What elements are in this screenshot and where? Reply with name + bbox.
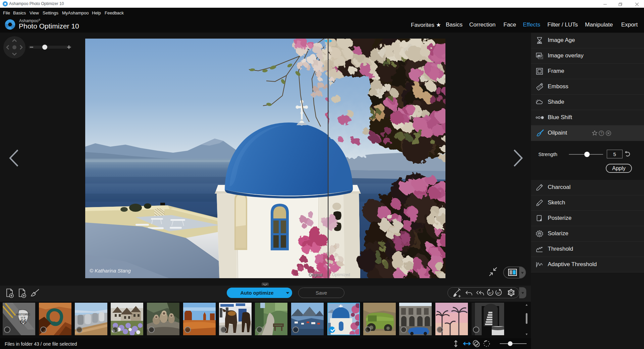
svg-text:90°: 90° — [497, 292, 500, 294]
svg-text:© Katharina Stang: © Katharina Stang — [90, 268, 131, 273]
svg-text:66: 66 — [20, 318, 26, 325]
svg-text:Optimized: Optimized — [332, 272, 350, 277]
svg-text:90°: 90° — [488, 292, 492, 294]
svg-text:Original: Original — [309, 272, 322, 277]
svg-text:HISTORIC: HISTORIC — [16, 313, 31, 316]
svg-text:?: ? — [600, 131, 602, 135]
